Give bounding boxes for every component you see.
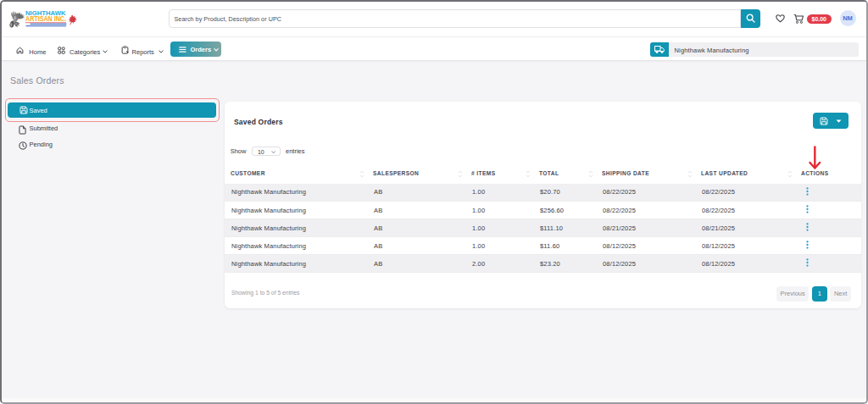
- svg-text:ARTISAN INC.: ARTISAN INC.: [25, 14, 66, 23]
